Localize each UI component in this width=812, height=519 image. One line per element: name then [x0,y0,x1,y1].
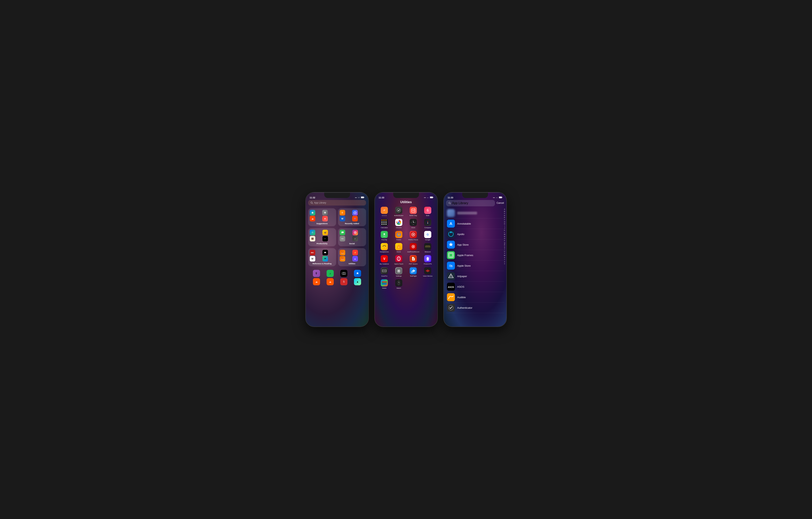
util-authenticator[interactable]: Authenticator [393,207,405,216]
app-list-item-annotatable[interactable]: A Annotatable [446,218,504,229]
app-icon-betterday[interactable] [410,207,417,214]
app-list-item-appleframes[interactable]: Apple Frames [446,250,504,261]
power-btn-3[interactable] [506,220,507,230]
app-icon-clock[interactable] [410,219,417,226]
app-aurora-dock[interactable]: ▲ [354,278,361,285]
alpha-P[interactable]: P [504,240,505,242]
app-soundcloud2-dock[interactable]: ☁ [313,278,320,285]
search-bar-active[interactable]: App Library [446,200,495,206]
alpha-V[interactable]: V [504,252,505,254]
alpha-H[interactable]: H [504,223,505,225]
app-icon-chrome[interactable] [395,219,402,226]
alpha-hash[interactable]: # [504,263,505,265]
app-icon-protonvpn[interactable] [424,255,431,262]
util-watch[interactable]: Watch [393,279,405,289]
app-appstore[interactable] [354,270,361,277]
app-icon-findmy[interactable] [381,231,388,238]
app-superhuman-dock[interactable]: S [340,278,347,285]
util-scanpro[interactable]: ScanPro [378,267,391,277]
util-clock[interactable]: Clock [407,219,420,228]
util-chrome[interactable]: Chrome [393,219,405,228]
app-drafts[interactable]: // [352,236,358,241]
app-capcut[interactable]: ✂ [322,236,328,241]
util-home[interactable]: Home [393,243,405,253]
alpha-K[interactable]: K [504,229,505,231]
app-icon-wallet[interactable] [381,279,388,286]
folder-utilities[interactable]: 🦊 ⚡ 🦊 ▲ Utilities [338,248,366,266]
alpha-I[interactable]: I [504,225,505,227]
folder-suggestions[interactable]: ☁ ★ Suggestions [308,208,336,226]
app-list-item-auth[interactable]: Authenticator [446,303,504,313]
app-word[interactable]: W [340,216,345,221]
util-pdfsearch[interactable]: PDF Search [407,255,420,265]
alpha-E[interactable]: E [504,217,505,219]
app-list-item-asos[interactable]: ASOS ASOS [446,281,504,292]
alpha-J[interactable]: J [504,227,505,229]
app-bear[interactable]: 🐻 [310,236,315,241]
app-icon-operatouch[interactable] [395,255,402,262]
app-icon-authenticator[interactable] [395,207,402,214]
app-wikipedia[interactable]: W [310,256,315,262]
util-settings[interactable]: Settings [393,267,405,277]
util-firefox[interactable]: Firefox [393,231,405,241]
app-icon-scanpro[interactable] [381,267,388,274]
app-icon-home[interactable] [395,243,402,250]
power-btn-2[interactable] [437,220,438,230]
util-operatouch[interactable]: Opera Touch [393,255,405,265]
app-messenger[interactable] [352,210,358,215]
util-measure[interactable]: Measure [422,243,434,253]
app-icon-vodafone[interactable]: V [381,255,388,262]
app-list-item-audible[interactable]: Audible [446,292,504,303]
app-bbcnews[interactable]: BBC [310,250,315,255]
folder-productivity[interactable]: 🦋 🐻 ✂ Productivity [308,228,336,246]
app-icon-compass[interactable] [424,219,431,226]
app-icon-pdfsearch[interactable] [410,255,417,262]
app-reddit[interactable]: 👾 [352,216,358,221]
util-justpress[interactable]: JustPressRecord [407,243,420,253]
alpha-Z[interactable]: Z [504,261,505,263]
alpha-Q[interactable]: Q [504,242,505,244]
app-instagram[interactable] [352,230,358,235]
app-maps[interactable]: 🗺 [322,256,328,262]
app-reeder2[interactable]: ⚡ [352,250,358,255]
cancel-button[interactable]: Cancel [496,201,504,204]
util-google[interactable]: G Google [422,231,434,241]
app-kindle[interactable]: 📖 [322,250,328,255]
app-icon-bulb[interactable]: 6 [424,207,431,214]
folder-reference[interactable]: BBC 📖 W 🗺 Reference & Reading [308,248,336,266]
app-settings[interactable] [322,210,328,215]
app-messages[interactable] [340,230,345,235]
alpha-M[interactable]: M [504,234,505,236]
app-soundcloud-dock[interactable]: ☁ [326,278,334,285]
alpha-R[interactable]: R [504,244,505,246]
alpha-D[interactable]: D [504,215,505,217]
alpha-O[interactable]: O [504,238,505,240]
app-list-item-artpaper[interactable]: Artpaper [446,271,504,281]
util-betterday[interactable]: Better Day [407,207,420,216]
alpha-A[interactable]: A [504,208,505,210]
util-calculator[interactable]: Calculator [378,219,391,228]
util-firefox-focus[interactable]: Firefox Focus [407,231,420,241]
app-icon-headphones[interactable] [381,243,388,250]
util-1111[interactable]: 1⁴ 1.1.1.1 [378,207,391,216]
app-goldie[interactable]: 🦋 [322,230,328,235]
app-icon-settings[interactable] [395,267,402,274]
app-list-item-appstore[interactable]: App Store [446,240,504,250]
search-bar-1[interactable]: App Library [308,200,366,206]
app-podcasts-cell[interactable]: 🎙 [313,270,320,277]
alpha-T[interactable]: T [504,248,505,250]
alpha-B[interactable]: B [504,211,505,213]
app-beardie[interactable]: B [340,210,345,215]
alpha-L[interactable]: L [504,231,505,234]
app-icon-testflight[interactable] [410,267,417,274]
app-icon-calculator[interactable] [381,219,388,226]
app-list-item-apollo[interactable]: Apollo [446,229,504,240]
folder-social[interactable]: me // Social [338,228,366,246]
alpha-Y[interactable]: Y [504,259,505,261]
app-spotify[interactable]: ♪ [326,270,334,277]
util-vodafone[interactable]: V My Vodafone [378,255,391,265]
app-firefox-1[interactable]: 🦊 [340,250,345,255]
app-safari[interactable] [310,230,315,235]
util-voicememos[interactable]: Voice Memos [422,267,434,277]
util-wallet[interactable]: Wallet [378,279,391,289]
